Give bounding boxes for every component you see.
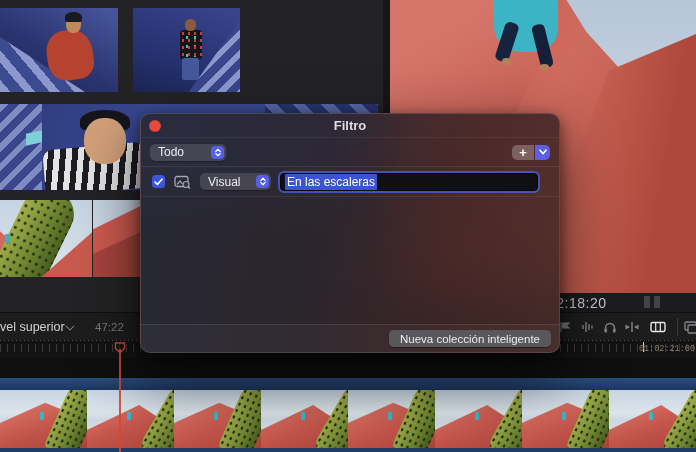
toolbar-divider xyxy=(677,318,678,336)
clip-thumbnail-red-shirt[interactable] xyxy=(0,8,118,92)
ruler-timecode: 01:02:21:00 xyxy=(639,344,695,354)
rule-checkbox[interactable] xyxy=(152,175,165,188)
breadcrumb[interactable]: vel superior xyxy=(0,320,65,334)
app-window: 02:18:20 vel superior 47:22 xyxy=(0,0,696,452)
add-rule-control: + xyxy=(512,145,550,160)
dialog-footer: Nueva colección inteligente xyxy=(141,324,559,352)
clip-filmstrip xyxy=(0,390,696,448)
skimming-icon[interactable] xyxy=(558,320,574,334)
rule-type-popup[interactable]: Visual xyxy=(200,173,271,190)
clip-thumbnail-cactus[interactable] xyxy=(0,200,92,277)
timeline-duration: 47:22 xyxy=(95,321,124,333)
solo-icon[interactable] xyxy=(602,320,618,334)
dialog-toolbar: Todo + xyxy=(141,138,559,167)
new-smart-collection-button[interactable]: Nueva colección inteligente xyxy=(389,330,551,347)
filter-dialog: Filtro Todo + xyxy=(140,113,560,353)
snapping-icon[interactable] xyxy=(624,320,640,334)
dialog-titlebar: Filtro xyxy=(141,114,559,138)
popup-stepper-icon xyxy=(256,175,269,188)
dialog-title: Filtro xyxy=(141,118,559,133)
clip-thumbnail-standing-person[interactable] xyxy=(133,8,240,92)
filter-rule-row: Visual En las escaleras xyxy=(141,167,559,197)
index-icon[interactable] xyxy=(684,320,696,334)
match-popup[interactable]: Todo xyxy=(150,144,226,161)
timeline-clip[interactable] xyxy=(0,378,696,452)
chevron-down-icon[interactable] xyxy=(65,321,74,330)
timeline-body xyxy=(0,358,696,452)
dialog-body xyxy=(141,197,559,324)
media-search-icon xyxy=(174,175,191,189)
popup-stepper-icon xyxy=(211,146,224,159)
timeline-clip-icon[interactable] xyxy=(650,320,666,334)
rule-text-field[interactable]: En las escaleras xyxy=(280,173,538,191)
playhead-line[interactable] xyxy=(119,349,121,452)
audio-meter-right[interactable] xyxy=(654,296,660,308)
audio-skimming-icon[interactable] xyxy=(580,320,596,334)
add-rule-menu-button[interactable] xyxy=(535,145,550,160)
clip-thumbnail-red-building[interactable] xyxy=(93,200,140,277)
selected-text: En las escaleras xyxy=(285,174,377,190)
audio-meter-left[interactable] xyxy=(644,296,650,308)
add-rule-button[interactable]: + xyxy=(512,145,534,160)
